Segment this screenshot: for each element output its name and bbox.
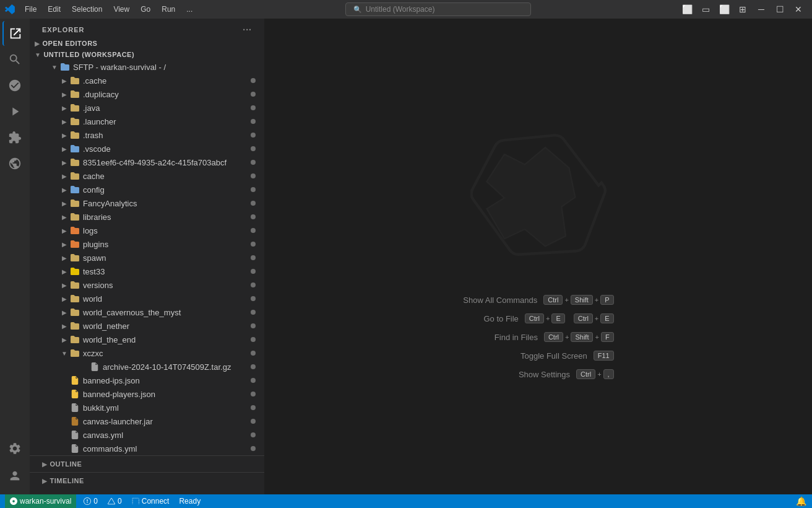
libraries-folder-icon — [69, 211, 80, 222]
settings-activity-icon[interactable] — [2, 436, 27, 461]
test33-folder-item[interactable]: ▶ test33 — [30, 265, 264, 278]
edit-menu[interactable]: Edit — [43, 4, 66, 15]
canvas-launcher-file-item[interactable]: canvas-launcher.jar — [30, 414, 264, 428]
banned-players-file-badge — [251, 392, 256, 396]
outline-section-header[interactable]: ▶ OUTLINE — [30, 458, 264, 470]
world-cavernous-folder-icon — [69, 307, 80, 318]
sftp-root-chevron-icon: ▼ — [50, 64, 59, 71]
vscode-folder-item[interactable]: ▶ .vscode — [30, 142, 264, 155]
world-folder-item[interactable]: ▶ world — [30, 292, 264, 305]
versions-folder-item[interactable]: ▶ versions — [30, 278, 264, 292]
remote-explorer-activity-icon[interactable] — [2, 151, 27, 176]
connect-status[interactable]: Connect — [129, 494, 172, 508]
archive-file-item[interactable]: archive-2024-10-14T074509Z.tar.gz — [30, 360, 264, 374]
versions-folder-label: versions — [83, 281, 251, 290]
workspace-section[interactable]: ▼ UNTITLED (WORKSPACE) — [30, 49, 264, 60]
remote-connection-status[interactable]: warkan-survival — [5, 494, 76, 508]
layout-panel-button[interactable]: ▭ — [697, 3, 714, 15]
vscode-chevron-icon: ▶ — [59, 146, 69, 152]
fancyanalytics-folder-icon — [69, 198, 80, 209]
timeline-label: TIMELINE — [50, 477, 84, 484]
explorer-activity-icon[interactable] — [2, 21, 27, 46]
status-bar-right: 🔔 — [795, 494, 807, 508]
go-to-file-keys: Ctrl + E Ctrl + E — [525, 313, 614, 323]
libraries-folder-item[interactable]: ▶ libraries — [30, 210, 264, 224]
java-folder-item[interactable]: ▶ .java — [30, 101, 264, 115]
world-end-folder-item[interactable]: ▶ world_the_end — [30, 333, 264, 346]
ready-status[interactable]: Ready — [176, 494, 203, 508]
layout-sidebar-right-button[interactable]: ⬜ — [715, 3, 733, 15]
layout-sidebar-left-button[interactable]: ⬜ — [678, 3, 696, 15]
spawn-folder-item[interactable]: ▶ spawn — [30, 251, 264, 265]
fancyanalytics-folder-item[interactable]: ▶ FancyAnalytics — [30, 196, 264, 210]
world-nether-chevron-icon: ▶ — [59, 323, 69, 330]
show-settings-row: Show Settings Ctrl + , — [519, 369, 614, 379]
show-settings-label: Show Settings — [519, 370, 570, 379]
open-editors-section[interactable]: ▶ OPEN EDITORS — [30, 38, 264, 49]
trash-folder-badge — [251, 133, 256, 138]
trash-folder-item[interactable]: ▶ .trash — [30, 128, 264, 142]
main-layout: EXPLORER ··· ▶ OPEN EDITORS ▼ UNTITLED (… — [0, 19, 812, 494]
explorer-more-icon[interactable]: ··· — [243, 25, 252, 35]
canvas-launcher-file-icon — [69, 416, 80, 427]
banned-players-file-item[interactable]: banned-players.json — [30, 387, 264, 401]
file-menu[interactable]: File — [20, 4, 41, 15]
cache-folder-label: .cache — [83, 76, 251, 85]
canvas-yml-file-item[interactable]: canvas.yml — [30, 428, 264, 442]
archive-file-badge — [251, 364, 256, 369]
plugins-folder-item[interactable]: ▶ plugins — [30, 237, 264, 251]
plus1: + — [564, 296, 568, 304]
commands-yml-file-item[interactable]: commands.yml — [30, 442, 264, 455]
banned-ips-file-item[interactable]: banned-ips.json — [30, 374, 264, 387]
duplicacy-folder-item[interactable]: ▶ .duplicacy — [30, 87, 264, 101]
close-button[interactable]: ✕ — [790, 3, 807, 15]
errors-status[interactable]: 0 — [81, 494, 100, 508]
logs-folder-item[interactable]: ▶ logs — [30, 224, 264, 237]
world-cavernous-folder-label: world_cavernous_the_myst — [83, 308, 251, 317]
warnings-status[interactable]: 0 — [105, 494, 124, 508]
cache-folder-item[interactable]: ▶ .cache — [30, 74, 264, 87]
config-folder-item[interactable]: ▶ config — [30, 183, 264, 196]
world-nether-folder-item[interactable]: ▶ world_nether — [30, 319, 264, 333]
sftp-root-item[interactable]: ▼ SFTP - warkan-survival - / — [30, 60, 264, 74]
notifications-bell-icon[interactable]: 🔔 — [795, 494, 807, 508]
search-placeholder: Untitled (Workspace) — [366, 5, 435, 14]
maximize-button[interactable]: ☐ — [771, 3, 788, 15]
workspace-search[interactable]: 🔍 Untitled (Workspace) — [345, 2, 531, 16]
run-debug-activity-icon[interactable] — [2, 99, 27, 124]
view-menu[interactable]: View — [108, 4, 134, 15]
minimize-button[interactable]: ─ — [753, 3, 770, 15]
hash-folder-item[interactable]: ▶ 8351eef6-c4f9-4935-a24c-415fa703abcf — [30, 155, 264, 169]
test33-folder-badge — [251, 269, 256, 274]
bukkit-yml-file-item[interactable]: bukkit.yml — [30, 401, 264, 414]
spawn-chevron-icon: ▶ — [59, 255, 69, 261]
banned-players-file-label: banned-players.json — [83, 390, 251, 399]
launcher-folder-icon — [69, 116, 80, 127]
world-folder-label: world — [83, 294, 251, 304]
title-bar: File Edit Selection View Go Run ... 🔍 Un… — [0, 0, 812, 19]
layout-grid-button[interactable]: ⊞ — [734, 3, 751, 15]
launcher-folder-item[interactable]: ▶ .launcher — [30, 115, 264, 128]
window-controls: ⬜ ▭ ⬜ ⊞ ─ ☐ ✕ — [678, 3, 807, 15]
warnings-count: 0 — [118, 497, 122, 506]
source-control-activity-icon[interactable] — [2, 73, 27, 98]
extensions-activity-icon[interactable] — [2, 125, 27, 150]
world-cavernous-folder-badge — [251, 310, 256, 315]
more-menu[interactable]: ... — [181, 4, 197, 15]
versions-chevron-icon: ▶ — [59, 282, 69, 289]
versions-folder-badge — [251, 282, 256, 287]
timeline-section-header[interactable]: ▶ TIMELINE — [30, 475, 264, 486]
open-editors-chevron-icon: ▶ — [35, 40, 40, 47]
xczxc-folder-item[interactable]: ▼ xczxc — [30, 346, 264, 360]
spawn-folder-icon — [69, 252, 80, 263]
run-menu[interactable]: Run — [157, 4, 180, 15]
cache2-folder-label: cache — [83, 172, 251, 181]
world-cavernous-folder-item[interactable]: ▶ world_cavernous_the_myst — [30, 305, 264, 319]
cache2-folder-item[interactable]: ▶ cache — [30, 169, 264, 183]
test33-folder-label: test33 — [83, 267, 251, 276]
selection-menu[interactable]: Selection — [67, 4, 107, 15]
go-menu[interactable]: Go — [136, 4, 155, 15]
config-chevron-icon: ▶ — [59, 186, 69, 193]
search-activity-icon[interactable] — [2, 47, 27, 72]
account-activity-icon[interactable] — [2, 463, 27, 488]
